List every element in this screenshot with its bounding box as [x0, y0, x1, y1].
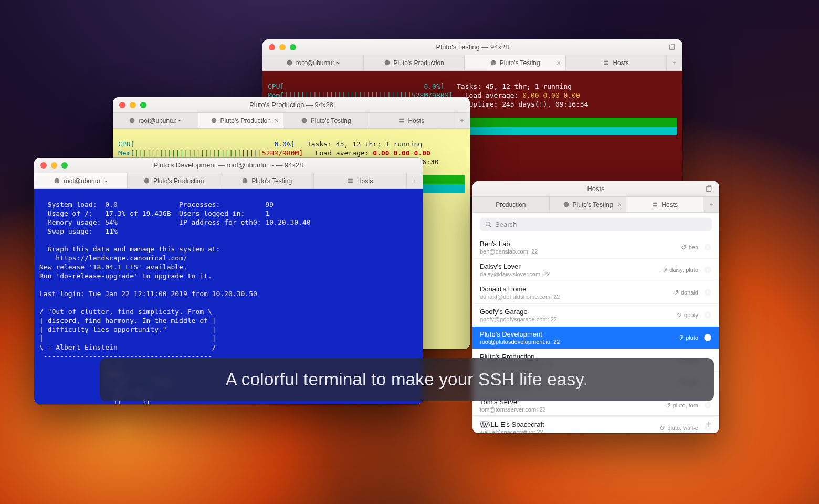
tab-production[interactable]: Production — [472, 197, 550, 212]
close-icon[interactable]: × — [556, 59, 561, 67]
svg-rect-11 — [706, 186, 711, 191]
host-row[interactable]: Ben's Labben@benslab.com: 22ben — [472, 236, 719, 259]
host-name: Goofy's Garage — [480, 308, 671, 316]
titlebar[interactable]: Hosts — [472, 181, 719, 197]
tab-add[interactable]: + — [704, 197, 719, 212]
host-tag: ben — [681, 244, 698, 250]
svg-point-23 — [680, 313, 680, 314]
traffic-min[interactable] — [51, 162, 57, 169]
host-name: Ben's Lab — [480, 240, 676, 248]
svg-point-8 — [301, 118, 307, 123]
tab-hosts[interactable]: Hosts — [566, 55, 667, 70]
share-icon[interactable] — [668, 43, 676, 51]
traffic-close[interactable] — [119, 102, 125, 108]
sidebar-toggle-icon[interactable] — [480, 420, 489, 429]
tab-hosts[interactable]: Hosts — [626, 197, 704, 212]
hosts-footer: + — [472, 415, 719, 433]
host-name: Daisy's Lover — [480, 262, 656, 270]
host-row[interactable]: Donald's Homedonald@donaldshome.com: 22d… — [472, 281, 719, 304]
svg-point-37 — [55, 178, 60, 184]
svg-rect-41 — [348, 182, 353, 183]
traffic-close[interactable] — [40, 162, 47, 169]
traffic-max[interactable] — [290, 44, 296, 50]
svg-point-25 — [681, 336, 682, 337]
play-icon[interactable] — [704, 401, 712, 410]
play-icon[interactable] — [704, 311, 712, 319]
tag-icon — [662, 267, 667, 273]
tabstrip: root@ubuntu: ~ Pluto's Production Pluto'… — [262, 55, 682, 71]
tab-testing[interactable]: Pluto's Testing× — [550, 197, 627, 212]
tabstrip: root@ubuntu: ~ Pluto's Production Pluto'… — [34, 173, 423, 189]
play-icon[interactable] — [704, 288, 712, 297]
host-tag: pluto — [678, 334, 698, 341]
play-icon[interactable] — [704, 243, 712, 251]
svg-point-15 — [486, 222, 490, 226]
host-address: donald@donaldshome.com: 22 — [480, 293, 668, 300]
host-row[interactable]: Daisy's Loverdaisy@daisyslover.com: 22da… — [472, 259, 719, 281]
traffic-min[interactable] — [130, 102, 136, 108]
tab-production[interactable]: Pluto's Production× — [198, 113, 284, 128]
window-title: Pluto's Development — root@ubuntu: ~ — 9… — [34, 161, 423, 169]
svg-point-1 — [287, 60, 292, 66]
traffic-max[interactable] — [140, 102, 146, 108]
close-icon[interactable]: × — [275, 117, 279, 125]
svg-rect-13 — [653, 203, 657, 204]
svg-point-7 — [211, 118, 216, 123]
traffic-min[interactable] — [279, 44, 286, 50]
svg-rect-14 — [653, 205, 657, 207]
host-row[interactable]: Pluto's Developmentroot@plutosdevelopmen… — [472, 327, 719, 349]
svg-rect-10 — [400, 121, 404, 123]
host-tag: goofy — [676, 312, 698, 318]
titlebar[interactable]: Pluto's Testing — 94x28 — [262, 39, 682, 55]
svg-rect-5 — [604, 64, 609, 65]
close-icon[interactable]: × — [617, 201, 622, 209]
window-title: Hosts — [472, 185, 719, 193]
titlebar[interactable]: Pluto's Production — 94x28 — [113, 97, 470, 113]
search-icon — [485, 221, 492, 228]
tab-root[interactable]: root@ubuntu: ~ — [34, 173, 128, 188]
play-icon[interactable] — [704, 266, 712, 274]
tab-testing[interactable]: Pluto's Testing — [284, 113, 369, 128]
share-icon[interactable] — [705, 185, 713, 193]
tag-icon — [665, 403, 671, 408]
svg-rect-4 — [604, 61, 609, 62]
svg-rect-35 — [481, 422, 488, 428]
search-bar: Search — [472, 213, 719, 236]
traffic-close[interactable] — [269, 44, 275, 50]
tab-root[interactable]: root@ubuntu: ~ — [113, 113, 198, 128]
host-name: Pluto's Development — [480, 330, 673, 338]
host-row[interactable]: Goofy's Garagegoofy@goofysgarage.com: 22… — [472, 304, 719, 327]
caption-text: A colorful terminal to make your SSH lif… — [226, 370, 588, 389]
svg-rect-9 — [400, 119, 404, 120]
traffic-max[interactable] — [61, 162, 68, 169]
svg-point-38 — [144, 178, 150, 184]
tab-add[interactable]: + — [407, 173, 423, 188]
svg-point-31 — [668, 404, 669, 404]
caption-overlay: A colorful terminal to make your SSH lif… — [100, 358, 714, 401]
tag-icon — [676, 312, 682, 318]
titlebar[interactable]: Pluto's Development — root@ubuntu: ~ — 9… — [34, 158, 423, 173]
tag-icon — [678, 335, 684, 341]
tab-hosts[interactable]: Hosts — [369, 113, 455, 128]
svg-line-16 — [489, 225, 491, 227]
search-input[interactable]: Search — [480, 218, 712, 231]
svg-point-21 — [677, 291, 677, 291]
tab-production[interactable]: Pluto's Production — [364, 55, 465, 70]
tag-icon — [673, 290, 679, 296]
svg-point-17 — [684, 246, 685, 246]
tab-add[interactable]: + — [667, 55, 682, 70]
host-name: Donald's Home — [480, 285, 668, 293]
tab-production[interactable]: Pluto's Production — [128, 173, 221, 188]
tab-add[interactable]: + — [454, 113, 470, 128]
add-host-button[interactable]: + — [706, 418, 712, 430]
window-title: Pluto's Production — 94x28 — [113, 101, 470, 109]
play-icon[interactable] — [704, 333, 712, 342]
host-address: goofy@goofysgarage.com: 22 — [480, 316, 671, 322]
svg-rect-40 — [348, 179, 353, 181]
tab-testing[interactable]: Pluto's Testing× — [465, 55, 566, 70]
svg-point-3 — [490, 60, 496, 66]
tab-hosts[interactable]: Hosts — [314, 173, 407, 188]
tab-testing[interactable]: Pluto's Testing — [220, 173, 314, 188]
tab-root[interactable]: root@ubuntu: ~ — [262, 55, 364, 70]
tag-icon — [681, 245, 687, 250]
